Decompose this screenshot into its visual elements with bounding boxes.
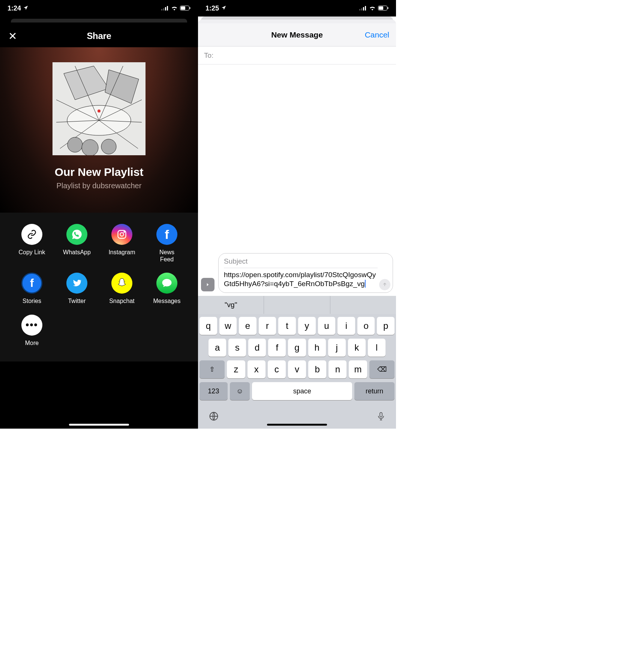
share-stories[interactable]: f Stories bbox=[11, 273, 52, 304]
compose-nav: New Message Cancel bbox=[198, 23, 396, 46]
subject-field[interactable]: Subject bbox=[224, 257, 378, 268]
key-l[interactable]: l bbox=[368, 339, 386, 357]
snapchat-icon bbox=[111, 273, 132, 294]
message-bubble[interactable]: Subject https://open.spotify.com/playlis… bbox=[218, 253, 393, 293]
playlist-title: Our New Playlist bbox=[0, 166, 198, 178]
key-w[interactable]: w bbox=[219, 317, 237, 335]
status-bar: 1:25 bbox=[198, 0, 396, 16]
svg-rect-25 bbox=[361, 8, 362, 10]
svg-rect-0 bbox=[161, 9, 162, 10]
globe-icon[interactable] bbox=[208, 411, 219, 424]
share-options-grid: Copy Link WhatsApp Instagram f News Feed… bbox=[0, 213, 198, 362]
key-o[interactable]: o bbox=[357, 317, 375, 335]
whatsapp-icon bbox=[66, 224, 87, 245]
key-return[interactable]: return bbox=[354, 382, 394, 400]
key-row-3: ⇧ z x c v b n m ⌫ bbox=[200, 360, 394, 378]
suggestion-bar: "vg" bbox=[198, 296, 396, 314]
key-x[interactable]: x bbox=[248, 360, 266, 378]
key-p[interactable]: p bbox=[377, 317, 394, 335]
cancel-button[interactable]: Cancel bbox=[365, 30, 389, 39]
key-g[interactable]: g bbox=[288, 339, 306, 357]
key-s[interactable]: s bbox=[228, 339, 246, 357]
battery-icon bbox=[180, 4, 190, 12]
key-b[interactable]: b bbox=[308, 360, 326, 378]
message-body[interactable]: https://open.spotify.com/playlist/70StcQ… bbox=[224, 270, 378, 289]
key-i[interactable]: i bbox=[338, 317, 355, 335]
playlist-cover bbox=[52, 62, 146, 155]
key-row-4: 123 ☺ space return bbox=[200, 382, 394, 400]
send-button[interactable] bbox=[379, 279, 390, 290]
svg-point-17 bbox=[68, 137, 82, 152]
to-field[interactable]: To: bbox=[198, 46, 396, 64]
apps-button[interactable] bbox=[201, 278, 214, 291]
share-instagram[interactable]: Instagram bbox=[101, 224, 142, 263]
key-v[interactable]: v bbox=[288, 360, 306, 378]
svg-rect-32 bbox=[380, 412, 382, 417]
share-news-feed[interactable]: f News Feed bbox=[146, 224, 188, 263]
facebook-icon: f bbox=[156, 224, 177, 245]
key-r[interactable]: r bbox=[259, 317, 276, 335]
suggestion[interactable]: "vg" bbox=[198, 296, 264, 314]
twitter-icon bbox=[66, 273, 87, 294]
key-k[interactable]: k bbox=[348, 339, 366, 357]
svg-point-22 bbox=[120, 232, 123, 236]
key-e[interactable]: e bbox=[239, 317, 256, 335]
key-shift[interactable]: ⇧ bbox=[200, 360, 225, 378]
svg-rect-26 bbox=[363, 7, 364, 10]
suggestion-empty-2[interactable] bbox=[330, 296, 396, 314]
compose-area: Subject https://open.spotify.com/playlis… bbox=[198, 64, 396, 296]
svg-point-23 bbox=[124, 231, 124, 232]
playlist-preview: Our New Playlist Playlist by dubsrewatch… bbox=[0, 47, 198, 213]
svg-rect-1 bbox=[163, 8, 164, 10]
svg-rect-3 bbox=[167, 6, 168, 10]
key-a[interactable]: a bbox=[208, 339, 226, 357]
home-indicator[interactable] bbox=[69, 424, 129, 426]
playlist-subtitle: Playlist by dubsrewatcher bbox=[0, 182, 198, 190]
link-icon bbox=[21, 224, 42, 245]
battery-icon bbox=[378, 4, 388, 12]
key-z[interactable]: z bbox=[227, 360, 245, 378]
svg-rect-30 bbox=[388, 7, 388, 9]
home-indicator[interactable] bbox=[267, 424, 327, 426]
svg-point-19 bbox=[101, 139, 116, 154]
instagram-icon bbox=[111, 224, 132, 245]
status-time: 1:25 bbox=[206, 4, 219, 12]
key-h[interactable]: h bbox=[308, 339, 326, 357]
signal-icon bbox=[359, 4, 367, 12]
svg-rect-2 bbox=[165, 7, 166, 10]
key-t[interactable]: t bbox=[278, 317, 296, 335]
svg-rect-24 bbox=[359, 9, 360, 10]
messages-compose-screen: 1:25 New Message Cancel To: bbox=[198, 0, 396, 429]
key-numbers[interactable]: 123 bbox=[200, 382, 228, 400]
share-twitter[interactable]: Twitter bbox=[56, 273, 98, 304]
key-d[interactable]: d bbox=[248, 339, 266, 357]
share-header: ✕ Share bbox=[0, 25, 198, 47]
mic-icon[interactable] bbox=[376, 411, 386, 424]
share-snapchat[interactable]: Snapchat bbox=[101, 273, 142, 304]
key-space[interactable]: space bbox=[252, 382, 352, 400]
key-row-1: q w e r t y u i o p bbox=[200, 317, 394, 335]
share-messages[interactable]: Messages bbox=[146, 273, 188, 304]
location-icon bbox=[221, 4, 226, 12]
svg-point-18 bbox=[82, 140, 98, 155]
key-j[interactable]: j bbox=[328, 339, 346, 357]
wifi-icon bbox=[171, 4, 178, 12]
share-more[interactable]: ••• More bbox=[11, 315, 52, 346]
key-backspace[interactable]: ⌫ bbox=[369, 360, 394, 378]
key-row-2: a s d f g h j k l bbox=[200, 339, 394, 357]
close-icon[interactable]: ✕ bbox=[8, 30, 17, 42]
key-q[interactable]: q bbox=[200, 317, 217, 335]
share-whatsapp[interactable]: WhatsApp bbox=[56, 224, 98, 263]
key-emoji[interactable]: ☺ bbox=[230, 382, 250, 400]
key-c[interactable]: c bbox=[268, 360, 286, 378]
svg-rect-6 bbox=[190, 7, 190, 9]
svg-rect-29 bbox=[379, 6, 383, 10]
key-y[interactable]: y bbox=[298, 317, 316, 335]
key-m[interactable]: m bbox=[349, 360, 367, 378]
key-u[interactable]: u bbox=[318, 317, 336, 335]
key-n[interactable]: n bbox=[328, 360, 346, 378]
share-copy-link[interactable]: Copy Link bbox=[11, 224, 52, 263]
suggestion-empty-1[interactable] bbox=[264, 296, 330, 314]
wifi-icon bbox=[369, 4, 376, 12]
key-f[interactable]: f bbox=[268, 339, 286, 357]
